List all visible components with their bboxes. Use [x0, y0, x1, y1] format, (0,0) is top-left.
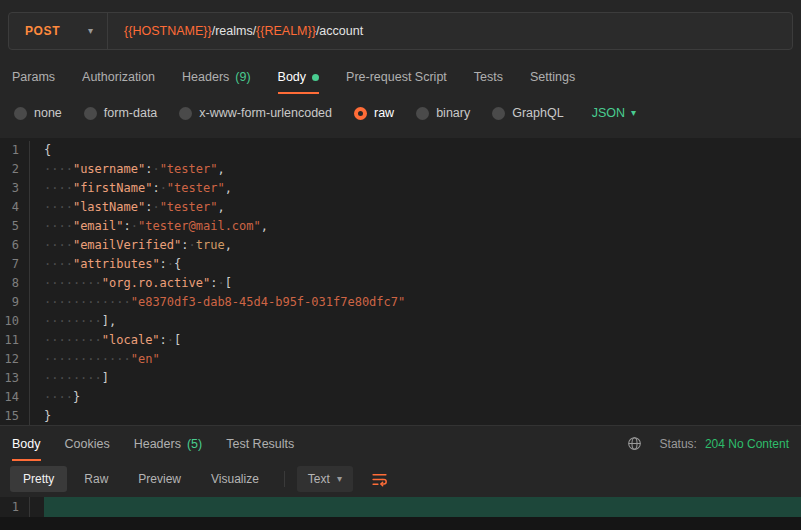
code-line[interactable]: 7····"attributes":·{	[0, 255, 801, 274]
body-type-binary[interactable]: binary	[416, 106, 470, 120]
code-text: ············"e8370df3-dab8-45d4-b95f-031…	[44, 293, 405, 312]
code-text: ····"email":·"tester@mail.com",	[44, 217, 268, 236]
radio-label: form-data	[104, 106, 158, 120]
line-number: 6	[0, 236, 30, 255]
headers-count: (5)	[187, 437, 202, 451]
radio-icon	[492, 107, 505, 120]
code-text: ····"attributes":·{	[44, 255, 181, 274]
view-mode-pretty[interactable]: Pretty	[10, 466, 67, 492]
code-line[interactable]: 4····"lastName":·"tester",	[0, 198, 801, 217]
code-line[interactable]: 2····"username":·"tester",	[0, 160, 801, 179]
format-label: Text	[308, 472, 330, 486]
line-number: 1	[0, 141, 30, 160]
line-number: 12	[0, 350, 30, 369]
code-text: ····"emailVerified":·true,	[44, 236, 232, 255]
code-text: {	[44, 141, 51, 160]
body-type-graphql[interactable]: GraphQL	[492, 106, 563, 120]
url-input[interactable]: {{HOSTNAME}}/realms/{{REALM}}/account	[108, 24, 363, 38]
body-type-x-www-form-urlencoded[interactable]: x-www-form-urlencoded	[179, 106, 332, 120]
tab-label: Params	[12, 70, 55, 84]
body-type-form-data[interactable]: form-data	[84, 106, 158, 120]
code-line[interactable]: 3····"firstName":·"tester",	[0, 179, 801, 198]
view-mode-preview[interactable]: Preview	[125, 466, 194, 492]
code-line[interactable]: 15}	[0, 407, 801, 425]
line-number: 9	[0, 293, 30, 312]
status-label: Status:	[660, 437, 697, 451]
code-text: ········],	[44, 312, 116, 331]
code-line[interactable]: 12············"en"	[0, 350, 801, 369]
code-text: ····}	[44, 388, 80, 407]
response-toolbar: Pretty Raw Preview Visualize Text▾	[0, 461, 801, 497]
toolbar-separator	[284, 471, 285, 487]
code-text: ········"locale":·[	[44, 331, 181, 350]
highlighted-empty-line	[44, 497, 801, 517]
tab-headers[interactable]: Headers(9)	[182, 60, 251, 94]
code-line[interactable]: 13········]	[0, 369, 801, 388]
code-line[interactable]: 14····}	[0, 388, 801, 407]
tab-label: Cookies	[65, 437, 110, 451]
method-label: POST	[25, 24, 60, 38]
code-line[interactable]: 10········],	[0, 312, 801, 331]
chevron-down-icon: ▾	[88, 26, 93, 36]
status-value: 204 No Content	[705, 437, 789, 451]
tab-label: Settings	[530, 70, 575, 84]
view-mode-label: Raw	[84, 472, 108, 486]
radio-label: none	[34, 106, 62, 120]
language-label: JSON	[592, 106, 625, 120]
response-tab-cookies[interactable]: Cookies	[65, 426, 110, 461]
wrap-text-icon[interactable]	[371, 471, 388, 488]
radio-label: x-www-form-urlencoded	[199, 106, 332, 120]
tab-label: Test Results	[226, 437, 294, 451]
radio-icon	[416, 107, 429, 120]
unsaved-changes-dot	[312, 74, 319, 81]
radio-label: GraphQL	[512, 106, 563, 120]
code-text: ········]	[44, 369, 109, 388]
response-format-selector[interactable]: Text▾	[297, 466, 353, 492]
tab-body[interactable]: Body	[278, 60, 320, 94]
tab-tests[interactable]: Tests	[474, 60, 503, 94]
body-type-none[interactable]: none	[14, 106, 62, 120]
method-selector[interactable]: POST ▾	[9, 24, 107, 38]
chevron-down-icon: ▾	[337, 474, 342, 484]
code-line[interactable]: 5····"email":·"tester@mail.com",	[0, 217, 801, 236]
code-line[interactable]: 9············"e8370df3-dab8-45d4-b95f-03…	[0, 293, 801, 312]
line-number: 7	[0, 255, 30, 274]
url-path-segment: /account	[316, 24, 363, 38]
response-header: Body Cookies Headers(5) Test Results Sta…	[0, 425, 801, 461]
language-selector[interactable]: JSON▾	[592, 106, 636, 120]
code-text: ········"org.ro.active":·[	[44, 274, 232, 293]
line-number: 15	[0, 407, 30, 425]
window-bottom-edge	[0, 517, 801, 530]
body-type-raw[interactable]: raw	[354, 106, 394, 120]
url-variable: {{HOSTNAME}}	[124, 24, 212, 38]
tab-pre-request-script[interactable]: Pre-request Script	[346, 60, 447, 94]
line-number: 5	[0, 217, 30, 236]
code-text: }	[44, 407, 51, 425]
code-line[interactable]: 1{	[0, 141, 801, 160]
tab-label: Pre-request Script	[346, 70, 447, 84]
postman-app: POST ▾ {{HOSTNAME}}/realms/{{REALM}}/acc…	[0, 0, 801, 530]
tab-authorization[interactable]: Authorization	[82, 60, 155, 94]
tab-settings[interactable]: Settings	[530, 60, 575, 94]
code-line[interactable]: 8········"org.ro.active":·[	[0, 274, 801, 293]
view-mode-label: Pretty	[23, 472, 54, 486]
response-tab-headers[interactable]: Headers(5)	[134, 426, 203, 461]
view-mode-raw[interactable]: Raw	[71, 466, 121, 492]
code-line[interactable]: 11········"locale":·[	[0, 331, 801, 350]
response-body-editor[interactable]: 1	[0, 497, 801, 517]
tab-label: Body	[12, 437, 41, 451]
response-tab-test-results[interactable]: Test Results	[226, 426, 294, 461]
line-number: 1	[0, 497, 30, 517]
globe-icon	[627, 436, 642, 451]
request-tabs: Params Authorization Headers(9) Body Pre…	[0, 60, 801, 94]
code-text: ············"en"	[44, 350, 160, 369]
tab-params[interactable]: Params	[12, 60, 55, 94]
tab-label: Headers	[182, 70, 229, 84]
view-mode-visualize[interactable]: Visualize	[198, 466, 272, 492]
line-number: 13	[0, 369, 30, 388]
code-line[interactable]: 6····"emailVerified":·true,	[0, 236, 801, 255]
view-mode-label: Preview	[138, 472, 181, 486]
request-body-editor[interactable]: 1{2····"username":·"tester",3····"firstN…	[0, 138, 801, 425]
radio-icon	[84, 107, 97, 120]
response-tab-body[interactable]: Body	[12, 426, 41, 461]
